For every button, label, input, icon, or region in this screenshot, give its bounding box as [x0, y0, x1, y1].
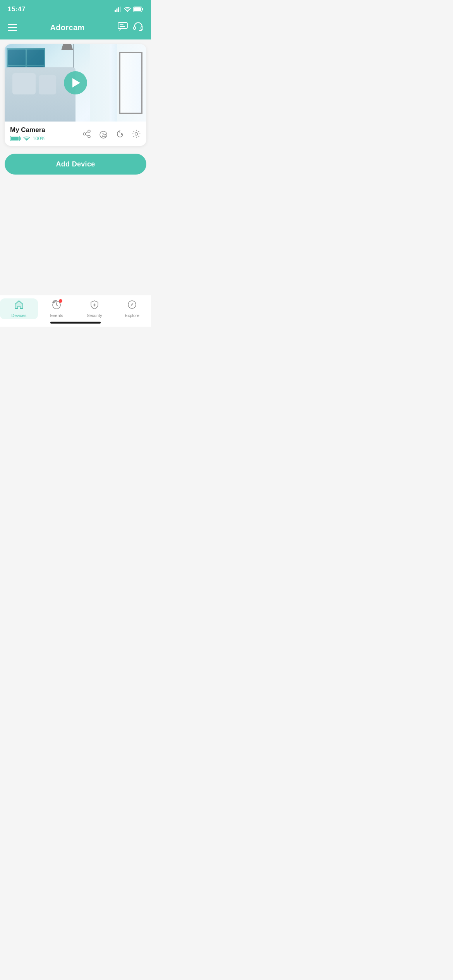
replay-button[interactable]: [115, 129, 125, 139]
menu-button[interactable]: [8, 24, 17, 31]
svg-line-21: [86, 134, 88, 136]
replay-icon: [115, 129, 125, 139]
nav-label-security: Security: [87, 313, 102, 318]
svg-point-25: [135, 132, 138, 135]
play-triangle-icon: [72, 78, 80, 87]
battery-level-icon: [10, 136, 21, 141]
share-icon: [82, 129, 91, 139]
battery-percent: 100%: [33, 135, 45, 141]
nav-label-explore: Explore: [125, 313, 139, 318]
notification-dot: [59, 299, 62, 303]
svg-rect-7: [134, 7, 141, 11]
compass-icon: [127, 300, 137, 312]
home-indicator: [50, 322, 101, 324]
svg-point-19: [88, 135, 90, 138]
nav-label-devices: Devices: [11, 313, 26, 318]
svg-rect-3: [120, 7, 121, 12]
home-icon: [14, 300, 24, 312]
window-frame: [119, 52, 142, 114]
svg-rect-1: [117, 9, 118, 12]
svg-point-16: [26, 140, 27, 141]
svg-text:Zz: Zz: [102, 133, 106, 137]
camera-info-row: My Camera 100%: [5, 122, 146, 146]
svg-rect-12: [141, 27, 143, 29]
camera-card: My Camera 100%: [5, 44, 146, 146]
camera-name: My Camera: [10, 126, 45, 134]
lamp-shade: [61, 44, 73, 50]
svg-rect-11: [134, 27, 136, 29]
sleep-button[interactable]: Zz: [98, 129, 108, 139]
camera-details: My Camera 100%: [10, 126, 45, 141]
play-button[interactable]: [64, 71, 87, 94]
curtain: [110, 44, 117, 122]
shield-plus-icon: [89, 300, 100, 312]
window-area: [90, 44, 146, 122]
chat-icon: [118, 22, 128, 31]
pillow-1: [12, 73, 36, 94]
camera-actions: Zz: [82, 129, 141, 139]
status-time: 15:47: [8, 5, 26, 13]
svg-rect-2: [118, 7, 119, 12]
headset-icon: [133, 22, 143, 31]
nav-item-security[interactable]: Security: [76, 298, 113, 319]
nav-item-explore[interactable]: Explore: [113, 298, 151, 319]
header-title: Adorcam: [50, 23, 85, 32]
camera-thumbnail[interactable]: [5, 44, 146, 122]
sleep-icon: Zz: [98, 129, 108, 139]
settings-button[interactable]: [132, 129, 141, 139]
status-icons: [115, 7, 143, 12]
svg-point-4: [127, 11, 128, 12]
svg-rect-14: [20, 137, 21, 140]
battery-status-icon: [133, 7, 143, 12]
wifi-status-icon: [124, 7, 131, 12]
share-button[interactable]: [82, 129, 91, 139]
svg-rect-0: [115, 10, 116, 12]
support-button[interactable]: [133, 22, 143, 33]
svg-rect-6: [142, 8, 143, 10]
wifi-camera-icon: [23, 136, 30, 141]
nav-item-events[interactable]: Events: [38, 298, 76, 319]
nav-label-events: Events: [50, 313, 63, 318]
add-device-button[interactable]: Add Device: [5, 154, 146, 175]
nav-item-devices[interactable]: Devices: [0, 298, 38, 319]
status-bar: 15:47: [0, 0, 151, 17]
svg-rect-15: [11, 137, 19, 140]
svg-rect-8: [118, 22, 127, 29]
chat-button[interactable]: [118, 22, 128, 33]
history-icon: [51, 300, 62, 312]
pillow-2: [39, 75, 56, 94]
main-content: My Camera 100%: [0, 39, 151, 293]
svg-line-20: [86, 132, 88, 133]
app-header: Adorcam: [0, 17, 151, 39]
header-actions: [118, 22, 143, 33]
svg-point-17: [88, 130, 90, 132]
signal-icon: [115, 7, 122, 12]
sofa: [5, 67, 76, 122]
svg-point-18: [83, 133, 86, 135]
settings-icon: [132, 129, 141, 139]
camera-status: 100%: [10, 135, 45, 141]
